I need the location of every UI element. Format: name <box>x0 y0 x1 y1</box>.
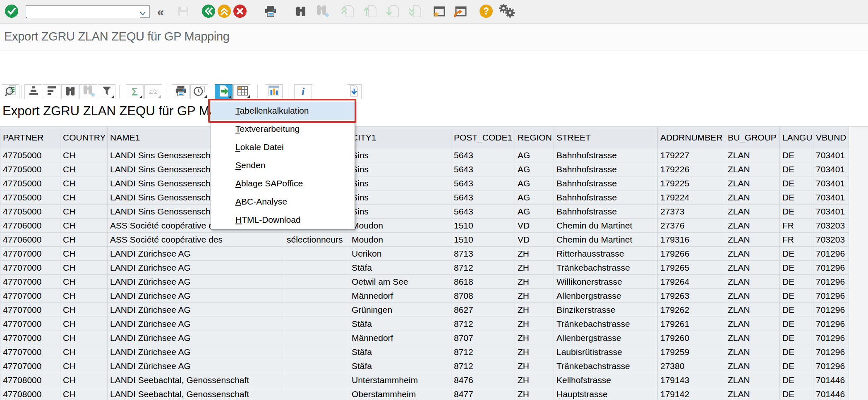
cell-partner[interactable]: 47707000 <box>0 247 60 261</box>
cell-bu-group[interactable]: ZLAN <box>725 219 780 233</box>
cell-langu[interactable]: DE <box>780 345 813 359</box>
find-button[interactable] <box>293 4 309 20</box>
cell-langu[interactable]: DE <box>780 331 813 345</box>
menu-item[interactable]: Textverarbeitung <box>211 120 355 138</box>
cell-name1[interactable]: LANDI Zürichsee AG <box>108 345 284 359</box>
cell-name1[interactable]: LANDI Zürichsee AG <box>108 317 284 331</box>
cell-country[interactable]: CH <box>60 331 108 345</box>
customize-layout-button[interactable] <box>499 4 515 20</box>
cell-name2[interactable] <box>284 261 349 275</box>
cell-city1[interactable]: Grüningen <box>349 303 451 317</box>
cell-country[interactable]: CH <box>60 176 108 190</box>
cell-vbund[interactable]: 701296 <box>813 303 849 317</box>
cell-city1[interactable]: Oetwil am See <box>349 275 451 289</box>
find-button-alv[interactable] <box>61 84 79 99</box>
cell-name1[interactable]: LANDI Zürichsee AG <box>108 331 284 345</box>
sort-asc-button[interactable] <box>24 84 42 99</box>
cell-bu-group[interactable]: ZLAN <box>725 247 780 261</box>
cell-vbund[interactable]: 701296 <box>813 289 849 303</box>
cell-name2[interactable] <box>284 303 349 317</box>
cell-street[interactable]: Ritterhausstrasse <box>554 247 658 261</box>
cell-region[interactable]: ZH <box>515 303 554 317</box>
cell-langu[interactable]: DE <box>780 190 813 205</box>
col-header-partner[interactable]: PARTNER <box>0 126 60 148</box>
cell-addrnumber[interactable]: 179262 <box>658 303 725 317</box>
cell-vbund[interactable]: 701296 <box>813 345 849 359</box>
cell-post-code1[interactable]: 5643 <box>451 190 515 205</box>
cell-partner[interactable]: 47707000 <box>0 359 60 373</box>
cell-vbund[interactable]: 701296 <box>813 261 849 275</box>
cell-region[interactable]: ZH <box>515 373 554 387</box>
cell-bu-group[interactable]: ZLAN <box>725 233 780 247</box>
cell-name1[interactable]: LANDI Zürichsee AG <box>108 247 284 261</box>
cell-region[interactable]: VD <box>515 233 554 247</box>
cell-post-code1[interactable]: 8712 <box>451 317 515 331</box>
cell-post-code1[interactable]: 8618 <box>451 275 515 289</box>
cell-langu[interactable]: DE <box>780 317 813 331</box>
cell-bu-group[interactable]: ZLAN <box>725 176 780 190</box>
command-input[interactable] <box>27 6 140 18</box>
cell-bu-group[interactable]: ZLAN <box>725 261 780 275</box>
menu-item[interactable]: Ablage SAPoffice <box>211 174 355 193</box>
cell-post-code1[interactable]: 5643 <box>451 176 515 190</box>
sort-desc-button[interactable] <box>43 84 60 99</box>
choose-layout-button[interactable] <box>233 84 251 99</box>
cell-langu[interactable]: DE <box>780 247 813 261</box>
cell-langu[interactable]: DE <box>780 261 813 275</box>
cell-bu-group[interactable]: ZLAN <box>725 387 780 400</box>
print-button-alv[interactable] <box>172 84 189 99</box>
cell-post-code1[interactable]: 8708 <box>451 289 515 303</box>
col-header-langu[interactable]: LANGU <box>780 126 813 148</box>
cell-partner[interactable]: 47708000 <box>0 387 60 400</box>
cell-city1[interactable]: Sins <box>349 190 451 205</box>
cell-street[interactable]: Tränkebachstrasse <box>554 317 658 331</box>
cell-name1[interactable]: LANDI Zürichsee AG <box>108 359 284 373</box>
cell-post-code1[interactable]: 5643 <box>451 205 515 219</box>
cell-region[interactable]: AG <box>515 176 554 190</box>
cell-name2[interactable] <box>284 317 349 331</box>
cell-country[interactable]: CH <box>60 303 108 317</box>
col-header-addrnumber[interactable]: ADDRNUMBER <box>658 126 725 148</box>
cell-addrnumber[interactable]: 179261 <box>658 317 725 331</box>
cell-addrnumber[interactable]: 27373 <box>658 205 725 219</box>
cell-post-code1[interactable]: 8712 <box>451 359 515 373</box>
cell-post-code1[interactable]: 1510 <box>451 219 515 233</box>
col-header-vbund[interactable]: VBUND <box>813 126 849 148</box>
cell-bu-group[interactable]: ZLAN <box>725 190 780 205</box>
cell-langu[interactable]: DE <box>780 162 813 176</box>
cell-partner[interactable]: 47707000 <box>0 317 60 331</box>
cell-addrnumber[interactable]: 179265 <box>658 261 725 275</box>
cell-region[interactable]: AG <box>515 190 554 205</box>
cell-city1[interactable]: Stäfa <box>349 317 451 331</box>
menu-item[interactable]: Senden <box>211 156 355 174</box>
command-field[interactable] <box>26 5 150 18</box>
menu-item[interactable]: HTML-Download <box>211 211 355 229</box>
cell-vbund[interactable]: 701296 <box>813 275 849 289</box>
cell-bu-group[interactable]: ZLAN <box>725 359 780 373</box>
cell-partner[interactable]: 47706000 <box>0 233 60 247</box>
cell-name2[interactable] <box>284 359 349 373</box>
cell-langu[interactable]: FR <box>780 233 813 247</box>
cell-country[interactable]: CH <box>60 359 108 373</box>
cell-partner[interactable]: 47707000 <box>0 303 60 317</box>
cell-addrnumber[interactable]: 27380 <box>658 359 725 373</box>
cell-region[interactable]: ZH <box>515 247 554 261</box>
cell-country[interactable]: CH <box>60 345 108 359</box>
cell-street[interactable]: Bahnhofstrasse <box>554 162 658 176</box>
menu-item[interactable]: ABC-Analyse <box>211 193 355 211</box>
cell-city1[interactable]: Moudon <box>349 233 451 247</box>
cell-name2[interactable] <box>284 289 349 303</box>
cell-street[interactable]: Chemin du Martinet <box>554 219 658 233</box>
cell-bu-group[interactable]: ZLAN <box>725 317 780 331</box>
cell-vbund[interactable]: 701446 <box>813 373 849 387</box>
cell-addrnumber[interactable]: 179259 <box>658 345 725 359</box>
cell-name1[interactable]: LANDI Seebachtal, Genossenschaft <box>108 373 284 387</box>
exit-button[interactable] <box>216 4 232 20</box>
cell-name2[interactable]: sélectionneurs <box>284 233 349 247</box>
cell-post-code1[interactable]: 8712 <box>451 261 515 275</box>
cell-region[interactable]: ZH <box>515 331 554 345</box>
details-button[interactable] <box>2 84 19 99</box>
print-button[interactable] <box>263 4 278 20</box>
cell-name1[interactable]: LANDI Zürichsee AG <box>108 261 284 275</box>
cell-partner[interactable]: 47707000 <box>0 289 60 303</box>
